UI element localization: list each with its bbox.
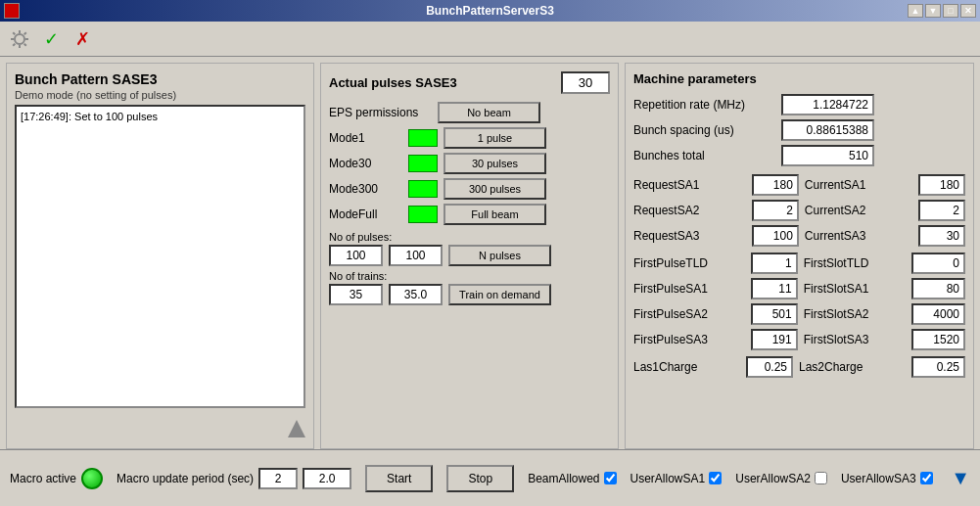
mode1-button[interactable]: 1 pulse: [443, 127, 546, 149]
mode30-led: [408, 155, 438, 172]
actual-value-box: 30: [561, 71, 610, 94]
right-panel: Machine parameters Repetition rate (MHz)…: [625, 63, 974, 449]
fp-sa1-value: 11: [751, 278, 798, 299]
pulses-input2[interactable]: [389, 245, 443, 266]
macro-update-label: Macro update period (sec): [117, 472, 254, 485]
beam-allowed-checkbox[interactable]: [604, 472, 617, 484]
cur-sa1-label: CurrentSA1: [805, 178, 912, 192]
fs-tld-value: 0: [911, 253, 965, 274]
nav-arrow-icon: ▼: [951, 467, 970, 489]
cross-button[interactable]: ✗: [70, 27, 94, 51]
trains-input2[interactable]: [389, 284, 443, 305]
close-button[interactable]: ✕: [960, 4, 976, 18]
modefull-button[interactable]: Full beam: [443, 204, 546, 225]
cur-sa2-value: 2: [918, 200, 965, 221]
req-sa1-value: 180: [752, 174, 799, 196]
macro-update-group: Macro update period (sec): [117, 468, 351, 489]
rep-rate-value: 1.1284722: [781, 94, 874, 115]
pulses-input1[interactable]: [329, 245, 383, 266]
mode300-button[interactable]: 300 pulses: [443, 178, 546, 200]
fp-sa3-label: FirstPulseSA3: [633, 333, 745, 346]
actual-pulses-title: Actual pulses SASE3: [329, 75, 457, 90]
trains-label: No of trains:: [329, 270, 610, 282]
user-allow-sa1-label: UserAllowSA1: [630, 472, 706, 485]
window-title: BunchPatternServerS3: [426, 4, 554, 18]
bunch-spacing-label: Bunch spacing (us): [633, 123, 775, 137]
macro-period-input2[interactable]: [303, 468, 351, 489]
fs-sa3-label: FirstSlotSA3: [804, 333, 906, 346]
user-allow-sa2-label: UserAllowSA2: [735, 472, 811, 485]
user-allow-sa3-label: UserAllowSA3: [841, 472, 916, 485]
fp-sa1-label: FirstPulseSA1: [633, 282, 745, 296]
req-sa1-label: RequestSA1: [633, 178, 746, 192]
req-sa2-value: 2: [752, 200, 799, 221]
mode30-button[interactable]: 30 pulses: [443, 153, 546, 174]
user-allow-sa1-checkbox[interactable]: [709, 472, 722, 484]
bunches-total-value: 510: [781, 145, 874, 166]
las1-label: Las1Charge: [633, 360, 740, 374]
n-pulses-button[interactable]: N pulses: [448, 245, 551, 266]
bunch-spacing-value: 0.88615388: [781, 119, 874, 141]
left-panel: Bunch Pattern SASE3 Demo mode (no settin…: [6, 63, 314, 449]
minimize-button[interactable]: ▲: [908, 4, 923, 18]
log-entry: [17:26:49]: Set to 100 pulses: [21, 111, 300, 122]
mode300-led: [408, 180, 438, 198]
fs-sa2-label: FirstSlotSA2: [804, 307, 906, 321]
cur-sa3-label: CurrentSA3: [805, 229, 912, 243]
cur-sa3-value: 30: [918, 225, 965, 247]
fs-sa3-value: 1520: [911, 329, 965, 350]
las1-value: 0.25: [746, 356, 793, 378]
machine-params-title: Machine parameters: [633, 71, 965, 86]
svg-marker-1: [288, 420, 305, 437]
las2-value: 0.25: [911, 356, 965, 378]
trains-input1[interactable]: [329, 284, 383, 305]
user-allow-sa1-group: UserAllowSA1: [630, 472, 723, 485]
app-logo: [4, 3, 20, 19]
modefull-label: ModeFull: [329, 207, 402, 221]
fp-sa2-label: FirstPulseSA2: [633, 307, 745, 321]
fp-sa3-value: 191: [751, 329, 798, 350]
train-on-demand-button[interactable]: Train on demand: [448, 284, 551, 305]
beam-allowed-group: BeamAllowed: [528, 472, 616, 485]
cur-sa2-label: CurrentSA2: [805, 204, 912, 217]
start-button[interactable]: Start: [365, 465, 433, 492]
user-allow-sa3-checkbox[interactable]: [920, 472, 933, 484]
user-allow-sa2-checkbox[interactable]: [815, 472, 827, 484]
title-bar: BunchPatternServerS3 ▲ ▼ □ ✕: [0, 0, 980, 22]
fs-sa2-value: 4000: [911, 303, 965, 325]
modefull-led: [408, 206, 438, 223]
fp-sa2-value: 501: [751, 303, 798, 325]
demo-mode-text: Demo mode (no setting of pulses): [15, 89, 305, 101]
gear-icon[interactable]: [8, 27, 31, 51]
fp-tld-value: 1: [751, 253, 798, 274]
arrow-icon: [286, 418, 307, 442]
pulses-label: No of pulses:: [329, 231, 610, 243]
svg-point-0: [15, 34, 24, 44]
rep-rate-label: Repetition rate (MHz): [633, 98, 775, 112]
restore-button[interactable]: ▼: [925, 4, 941, 18]
macro-active-label: Macro active: [10, 472, 76, 485]
left-panel-title: Bunch Pattern SASE3: [15, 71, 305, 87]
req-sa3-label: RequestSA3: [633, 229, 746, 243]
middle-panel: Actual pulses SASE3 30 EPS permissions N…: [320, 63, 619, 449]
las2-label: Las2Charge: [799, 360, 906, 374]
macro-active-indicator: [81, 468, 103, 489]
mode300-label: Mode300: [329, 182, 402, 196]
fp-tld-label: FirstPulseTLD: [633, 256, 745, 270]
maximize-button[interactable]: □: [943, 4, 958, 18]
toolbar: ✓ ✗: [0, 22, 980, 57]
log-area: [17:26:49]: Set to 100 pulses: [15, 105, 305, 408]
macro-active-group: Macro active: [10, 468, 103, 489]
req-sa3-value: 100: [752, 225, 799, 247]
cur-sa1-value: 180: [918, 174, 965, 196]
macro-period-input1[interactable]: [258, 468, 298, 489]
user-allow-sa2-group: UserAllowSA2: [735, 472, 827, 485]
fs-tld-label: FirstSlotTLD: [804, 256, 906, 270]
check-button[interactable]: ✓: [39, 27, 63, 51]
fs-sa1-value: 80: [911, 278, 965, 299]
mode1-led: [408, 129, 438, 147]
stop-button[interactable]: Stop: [446, 465, 514, 492]
mode1-label: Mode1: [329, 131, 402, 145]
status-bar: Macro active Macro update period (sec) S…: [0, 449, 980, 506]
no-beam-button[interactable]: No beam: [438, 102, 540, 123]
